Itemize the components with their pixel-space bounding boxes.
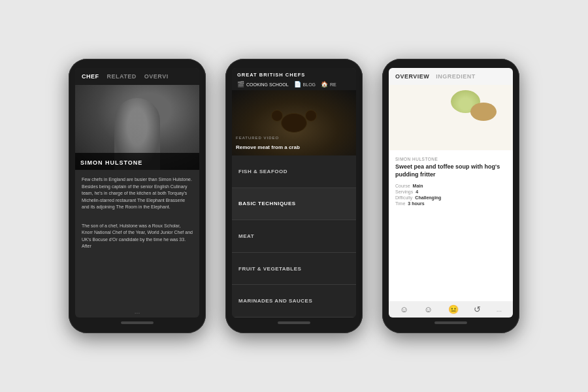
fritter-plate (470, 91, 506, 127)
more-dots[interactable]: ... (75, 305, 199, 318)
phone-3-screen: OVERVIEW INGREDIENT SIMON HULSTONE Sweet… (389, 68, 513, 318)
blog-label: BLOG (303, 82, 316, 87)
category-menu: FISH & SEAFOOD BASIC TECHNIQUES MEAT FRU… (232, 155, 356, 318)
nav-blog[interactable]: 📄 BLOG (294, 81, 316, 88)
recipe-title: Sweet pea and toffee soup with hog's pud… (395, 163, 506, 178)
phone-1-screen: CHEF RELATED OVERVI SIMON HULSTONE Few c… (75, 68, 199, 318)
recipe-chef-name: SIMON HULSTONE (395, 157, 506, 161)
time-label: Time (395, 201, 405, 206)
servings-value: 4 (416, 189, 418, 194)
detail-course: Course Main (395, 184, 506, 188)
featured-tag: FEATURED VIDEO (236, 136, 352, 140)
phone-2: GREAT BRITISH CHEFS 🎬 COOKING SCHOOL 📄 B… (225, 59, 363, 333)
crab-claw-left (271, 110, 283, 122)
difficulty-label: Difficulty (395, 195, 412, 200)
chef-name-bar: SIMON HULSTONE (75, 153, 199, 170)
phone-3-header: OVERVIEW INGREDIENT (389, 68, 513, 85)
video-thumbnail[interactable]: FEATURED VIDEO Remove meat from a crab (232, 90, 356, 155)
phone-1-body: Few chefs in England are busier than Sim… (75, 170, 199, 305)
recipe-image (389, 85, 513, 150)
cooking-school-icon: 🎬 (237, 81, 244, 88)
home-indicator (121, 321, 154, 324)
crab-figure (271, 106, 317, 139)
phone-2-screen: GREAT BRITISH CHEFS 🎬 COOKING SCHOOL 📄 B… (232, 68, 356, 318)
recipe-body: SIMON HULSTONE Sweet pea and toffee soup… (389, 150, 513, 301)
video-label: FEATURED VIDEO Remove meat from a crab (236, 136, 352, 152)
blog-icon: 📄 (294, 81, 301, 88)
menu-item-fish[interactable]: FISH & SEAFOOD (232, 155, 356, 188)
more-dots-3[interactable]: ... (497, 306, 502, 313)
tab-ingredients[interactable]: INGREDIENT (436, 73, 476, 80)
detail-servings: Servings 4 (395, 189, 506, 194)
chef-name: SIMON HULSTONE (80, 159, 142, 166)
chef-bio-2: The son of a chef, Hulstone was a Roux S… (82, 223, 193, 250)
tab-chef[interactable]: CHEF (82, 73, 99, 80)
cooking-school-label: COOKING SCHOOL (246, 82, 289, 87)
phone-2-nav: 🎬 COOKING SCHOOL 📄 BLOG 🏠 RE (237, 81, 351, 88)
bottom-nav: ☺ ☺ 😐 ↺ ... (389, 301, 513, 318)
phone-2-top: GREAT BRITISH CHEFS 🎬 COOKING SCHOOL 📄 B… (232, 68, 356, 90)
menu-item-basic-techniques[interactable]: BASIC TECHNIQUES (232, 188, 356, 221)
nav-icon-3[interactable]: 😐 (448, 304, 459, 314)
tab-overview[interactable]: OVERVIEW (395, 73, 429, 80)
phone-3: OVERVIEW INGREDIENT SIMON HULSTONE Sweet… (382, 59, 519, 333)
home-indicator-3 (434, 321, 467, 324)
nav-cooking-school[interactable]: 🎬 COOKING SCHOOL (237, 81, 289, 88)
servings-label: Servings (395, 189, 413, 194)
menu-item-meat[interactable]: MEAT (232, 220, 356, 253)
course-value: Main (413, 184, 423, 188)
menu-item-fruit-veg[interactable]: FRUIT & VEGETABLES (232, 253, 356, 286)
chef-bio-1: Few chefs in England are busier than Sim… (82, 176, 193, 211)
nav-icon-2[interactable]: ☺ (424, 304, 433, 314)
time-value: 3 hours (408, 201, 424, 206)
video-title: Remove meat from a crab (236, 144, 300, 150)
brand-name: GREAT BRITISH CHEFS (237, 72, 351, 78)
home-icon: 🏠 (321, 81, 328, 88)
crab-claw-right (305, 110, 317, 122)
phone-1-header: CHEF RELATED OVERVI (75, 68, 199, 85)
tab-overview[interactable]: OVERVI (144, 73, 169, 80)
detail-difficulty: Difficulty Challenging (395, 195, 506, 200)
nav-icon-1[interactable]: ☺ (400, 304, 408, 314)
phone-1: CHEF RELATED OVERVI SIMON HULSTONE Few c… (69, 59, 206, 333)
nav-re[interactable]: 🏠 RE (321, 81, 336, 88)
menu-item-marinades[interactable]: MARINADES AND SAUCES (232, 285, 356, 318)
fritter-shape (470, 103, 497, 121)
difficulty-value: Challenging (415, 195, 441, 200)
tab-related[interactable]: RELATED (107, 73, 137, 80)
chef-image: SIMON HULSTONE (75, 85, 199, 170)
re-label: RE (330, 82, 336, 87)
course-label: Course (395, 184, 410, 188)
crab-body (281, 113, 307, 133)
home-indicator-2 (278, 321, 310, 324)
nav-icon-4[interactable]: ↺ (474, 304, 481, 314)
detail-time: Time 3 hours (395, 201, 506, 206)
